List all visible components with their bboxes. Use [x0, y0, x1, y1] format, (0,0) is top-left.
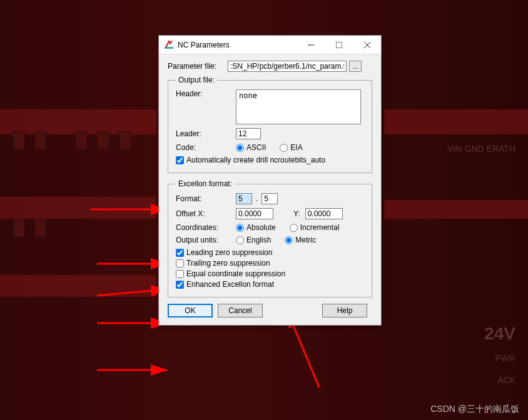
- excellon-format-group: Excellon format: Format: . Offset X: Y: …: [168, 179, 372, 298]
- enhanced-excellon-label: Enhanced Excellon format: [186, 280, 274, 289]
- pcb-label-24v: 24V: [484, 324, 515, 344]
- auto-create-label: Automatically create drill ncroutebits_a…: [186, 156, 325, 164]
- titlebar: NC Parameters: [159, 36, 381, 54]
- format-a-input[interactable]: [236, 193, 252, 204]
- code-label: Code:: [176, 143, 236, 152]
- ok-button[interactable]: OK: [168, 304, 213, 318]
- enhanced-excellon-checkbox[interactable]: [176, 281, 184, 289]
- pcb-label-ack: ACK: [497, 375, 515, 385]
- coords-incremental-radio[interactable]: Incremental: [290, 223, 340, 232]
- cancel-button[interactable]: Cancel: [218, 304, 263, 318]
- header-label: Header:: [176, 89, 236, 98]
- leader-input[interactable]: [236, 128, 261, 139]
- pcb-label-pwr: PWR: [495, 353, 515, 363]
- trailing-zero-label: Trailing zero suppression: [186, 259, 270, 268]
- pcb-label-vin: VIN GND ERATH: [447, 144, 515, 154]
- leading-zero-label: Leading zero suppression: [186, 248, 272, 257]
- parameter-file-label: Parameter file:: [168, 62, 228, 71]
- dialog-title: NC Parameters: [178, 41, 297, 49]
- output-units-label: Output units:: [176, 236, 236, 244]
- units-english-radio[interactable]: English: [236, 236, 271, 244]
- trailing-zero-checkbox[interactable]: [176, 259, 184, 268]
- offsety-label: Y:: [293, 209, 300, 218]
- nc-parameters-dialog: NC Parameters Parameter file: ... Output…: [158, 35, 382, 326]
- units-metric-radio[interactable]: Metric: [285, 236, 316, 244]
- minimize-button[interactable]: [297, 36, 325, 54]
- format-b-input[interactable]: [261, 193, 278, 204]
- auto-create-checkbox[interactable]: [176, 156, 184, 164]
- code-ascii-radio[interactable]: ASCII: [236, 143, 266, 152]
- maximize-button[interactable]: [325, 36, 353, 54]
- offsetx-input[interactable]: [236, 208, 273, 219]
- output-file-group: Output file: Header: none Leader: Code: …: [168, 76, 372, 173]
- offsetx-label: Offset X:: [176, 209, 236, 218]
- close-button[interactable]: [353, 36, 381, 54]
- browse-button[interactable]: ...: [349, 61, 362, 72]
- watermark: CSDN @三十的南瓜饭: [430, 404, 519, 415]
- output-file-legend: Output file:: [176, 76, 217, 84]
- svg-rect-2: [336, 42, 342, 48]
- header-textarea[interactable]: none: [236, 89, 361, 124]
- equal-coord-label: Equal coordinate suppression: [186, 269, 285, 278]
- coordinates-label: Coordinates:: [176, 223, 236, 232]
- code-eia-radio[interactable]: EIA: [280, 143, 302, 152]
- app-icon: [164, 40, 174, 50]
- equal-coord-checkbox[interactable]: [176, 270, 184, 278]
- offsety-input[interactable]: [305, 208, 343, 219]
- coords-absolute-radio[interactable]: Absolute: [236, 223, 276, 232]
- format-label: Format:: [176, 194, 236, 203]
- parameter-file-input[interactable]: [228, 61, 347, 72]
- leading-zero-checkbox[interactable]: [176, 249, 184, 257]
- excellon-legend: Excellon format:: [176, 179, 235, 188]
- help-button[interactable]: Help: [322, 304, 367, 318]
- leader-label: Leader:: [176, 129, 236, 138]
